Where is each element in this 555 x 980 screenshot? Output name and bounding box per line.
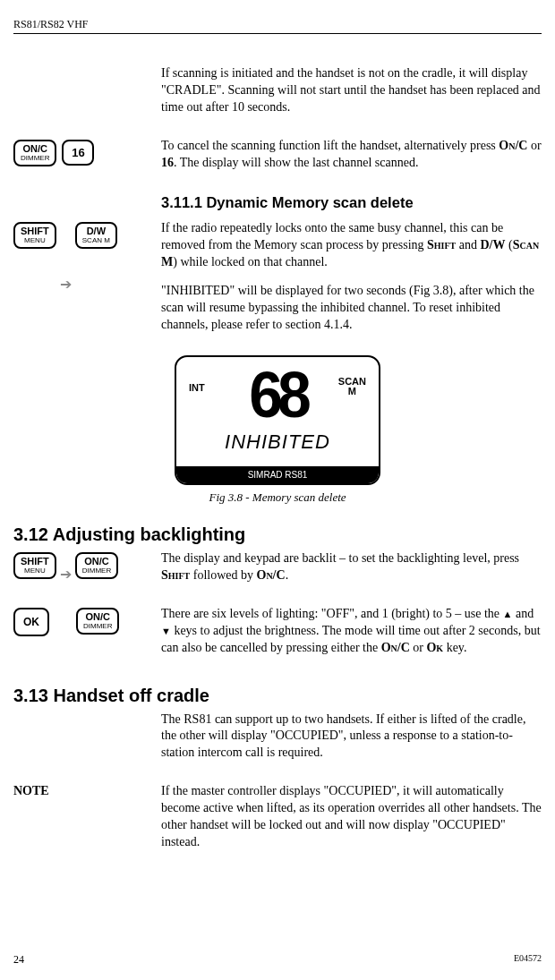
key-label-bot: MENU: [21, 567, 49, 575]
key-ref: D/W: [481, 238, 506, 251]
paragraph-memory-delete: If the radio repeatedly locks onto the s…: [161, 220, 542, 271]
arrow-icon: ➔: [60, 566, 72, 583]
heading-3-12: 3.12 Adjusting backlighting: [13, 524, 542, 545]
text: or: [410, 641, 427, 654]
paragraph-note: If the master controller displays "OCCUP…: [161, 783, 542, 851]
doc-id: E04572: [514, 953, 542, 967]
key-label-bot: DIMMER: [21, 155, 49, 162]
key-label-top: SHIFT: [21, 557, 49, 567]
text: (: [506, 238, 513, 251]
key-onc: ON/C DIMMER: [76, 608, 119, 635]
key-shift: SHIFT MENU: [13, 222, 56, 249]
text: keys to adjust the brightness. The mode …: [161, 624, 541, 654]
heading-3-11-1: 3.11.1 Dynamic Memory scan delete: [161, 192, 542, 212]
key-label-bot: DIMMER: [82, 567, 111, 575]
text: M: [348, 386, 356, 396]
text: .: [286, 568, 289, 582]
key-label-top: OK: [22, 617, 40, 627]
text: The display and keypad are backlit – to …: [161, 551, 519, 565]
paragraph-backlight-set: The display and keypad are backlit – to …: [161, 550, 542, 584]
key-label-top: ON/C: [83, 612, 112, 622]
key-label-bot: DIMMER: [83, 623, 112, 630]
paragraph-cradle: If scanning is initiated and the handset…: [161, 65, 542, 116]
down-triangle-icon: ▼: [161, 626, 171, 636]
lcd-brand-bar: SIMRAD RS81: [176, 466, 379, 483]
key-onc: ON/C DIMMER: [13, 140, 56, 166]
lcd-int-label: INT: [189, 382, 205, 393]
key-shift: SHIFT MENU: [13, 552, 56, 579]
text: and: [456, 238, 480, 251]
key-onc: ON/C DIMMER: [75, 552, 118, 579]
text: or: [527, 139, 541, 152]
lcd-display: INT 68 SCAN M INHIBITED SIMRAD RS81: [175, 355, 380, 485]
key-ref: On/C: [257, 568, 286, 582]
note-label: NOTE: [13, 783, 161, 864]
lcd-scan-label: SCAN M: [338, 377, 366, 396]
key-label-bot: SCAN M: [82, 237, 110, 244]
key-16: 16: [62, 140, 94, 166]
text: There are six levels of lighting: "OFF",…: [161, 607, 503, 620]
key-label-top: ON/C: [21, 144, 49, 154]
arrow-icon: ➔: [60, 276, 72, 293]
key-label-top: D/W: [82, 226, 110, 236]
paragraph-inhibited: "INHIBITED" will be displayed for two se…: [161, 283, 542, 334]
text: followed by: [190, 568, 256, 582]
key-ref: 16: [161, 156, 174, 169]
text: and: [512, 607, 534, 620]
paragraph-backlight-levels: There are six levels of lighting: "OFF",…: [161, 606, 542, 657]
key-ref: Shift: [427, 238, 456, 251]
figure-caption: Fig 3.8 - Memory scan delete: [13, 490, 542, 505]
text: To cancel the scanning function lift the…: [161, 139, 499, 152]
text: key.: [443, 641, 466, 654]
key-ok: OK: [13, 608, 49, 636]
text: ) while locked on that channel.: [173, 255, 328, 268]
key-label-bot: MENU: [21, 237, 49, 244]
lcd-channel-digits: 68: [249, 362, 306, 426]
key-label-top: ON/C: [82, 557, 111, 567]
key-ref: On/C: [381, 641, 410, 654]
text: . The display will show the last channel…: [174, 156, 418, 169]
paragraph-cancel: To cancel the scanning function lift the…: [161, 138, 542, 172]
lcd-status-text: INHIBITED: [176, 425, 379, 466]
key-ref: Ok: [426, 641, 443, 654]
paragraph-off-cradle: The RS81 can support up to two handsets.…: [161, 712, 542, 763]
key-label-top: SHIFT: [21, 226, 49, 236]
page-header: RS81/RS82 VHF: [13, 18, 542, 34]
key-ref: Shift: [161, 568, 190, 582]
heading-3-13: 3.13 Handset off cradle: [13, 686, 542, 706]
key-label-top: 16: [71, 147, 85, 158]
up-triangle-icon: ▲: [503, 609, 513, 619]
key-dw: D/W SCAN M: [75, 222, 117, 249]
key-ref: On/C: [499, 139, 527, 152]
page-number: 24: [13, 953, 24, 967]
